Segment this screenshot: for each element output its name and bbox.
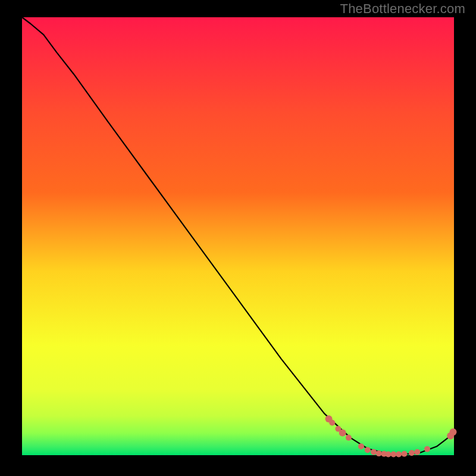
data-marker: [396, 452, 402, 458]
data-marker: [424, 446, 430, 452]
plot-background: [22, 17, 454, 455]
data-marker: [402, 451, 408, 457]
chart-stage: TheBottlenecker.com: [0, 0, 476, 476]
data-marker: [414, 449, 420, 455]
data-marker: [346, 435, 352, 441]
watermark-text: TheBottlenecker.com: [340, 1, 465, 17]
data-marker: [450, 428, 457, 436]
data-marker: [386, 452, 392, 458]
data-marker: [409, 450, 415, 456]
data-marker: [329, 420, 335, 426]
data-marker: [358, 443, 364, 449]
data-marker: [365, 447, 371, 453]
data-marker: [376, 450, 382, 456]
data-marker: [371, 449, 377, 455]
data-marker: [390, 452, 396, 458]
bottleneck-chart: [0, 0, 476, 476]
data-marker: [339, 430, 346, 437]
